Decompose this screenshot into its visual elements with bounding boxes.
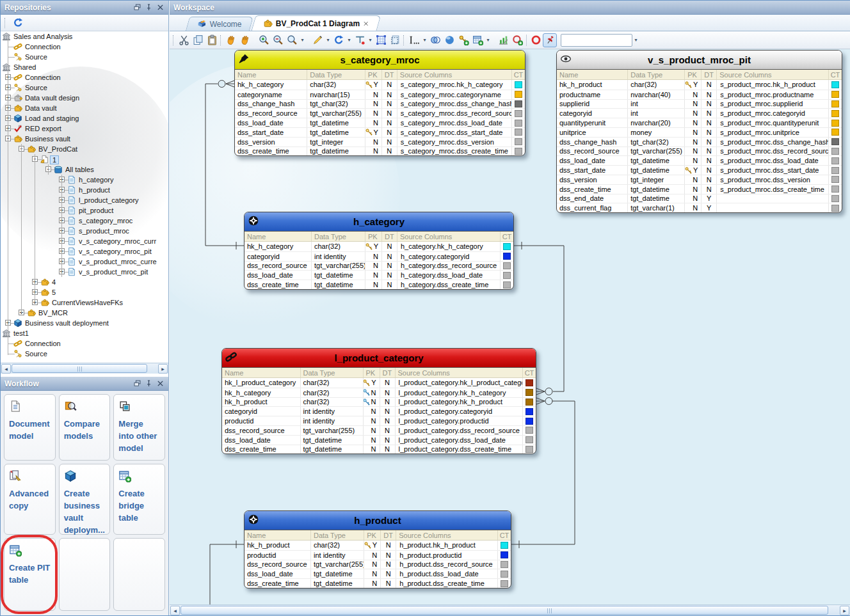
entity-header[interactable]: v_s_product_mroc_pit [557,51,842,70]
entity-l_product_category[interactable]: l_product_categoryNameData TypePKDTSourc… [221,348,536,454]
tree-item-v-s-category-mroc-curr[interactable]: +v_s_category_mroc_curr [1,236,168,246]
entity-s_category_mroc[interactable]: s_category_mrocNameData TypePKDTSource C… [234,50,525,156]
repositories-hscrollbar[interactable]: ◀ ▶ [1,363,168,374]
tree-item-source[interactable]: Source [1,349,168,359]
tree-item-bv-prodcat[interactable]: -BV_ProdCat [1,144,168,154]
draw-button[interactable] [310,33,325,47]
entity-row-unitprice[interactable]: unitprice money N N s_product_mroc.unitp… [557,127,842,137]
pin-toggle-button[interactable] [543,33,557,47]
entity-row-categoryname[interactable]: categoryname nvarchar(15) N N s_category… [235,90,525,99]
red-circle-button[interactable] [529,33,543,47]
entity-row-categoryid[interactable]: categoryid int identity N N l_product_ca… [222,406,536,416]
entity-row-hk_h_product[interactable]: hk_h_product char(32) Y N h_product.hk_h… [245,541,511,550]
tree-item-load-and-staging[interactable]: +Load and staging [1,113,168,123]
tree-item-source[interactable]: Source [1,52,168,62]
zoom-out-button[interactable] [271,33,285,47]
entity-row-dss_record_source[interactable]: dss_record_source tgt_varchar(255) N N s… [557,146,842,156]
tree-item-test1[interactable]: test1 [1,328,168,338]
entity-row-dss_record_source[interactable]: dss_record_source tgt_varchar(255) N N h… [245,261,513,271]
scroll-left-icon[interactable]: ◀ [1,364,11,374]
entity-row-dss_end_date[interactable]: dss_end_date tgt_datetime N Y [557,194,842,203]
sphere-button[interactable] [442,33,456,47]
connection-h_product-offscreen[interactable] [210,541,244,604]
entity-row-dss_record_source[interactable]: dss_record_source tgt_varchar(255) N N h… [245,560,511,569]
workflow-card-document-model[interactable]: Document model [4,394,56,461]
close-panel-icon[interactable] [156,3,164,12]
paste-button[interactable] [205,33,219,47]
dropdown-arrow-icon[interactable]: ▾ [367,33,374,47]
workflow-card-compare-models[interactable]: Compare models [59,394,111,461]
entity-header[interactable]: h_product [245,511,511,530]
refresh-diagram-button[interactable] [332,33,346,47]
tree-item-h-product[interactable]: +h_product [1,185,168,195]
entity-row-productid[interactable]: productid int identity N N l_product_cat… [222,416,536,425]
tree-item-data-vault-design[interactable]: +Data vault design [1,93,168,103]
venn-button[interactable] [428,33,442,47]
diagram-canvas[interactable]: s_category_mrocNameData TypePKDTSource C… [170,49,850,604]
entity-row-dss_version[interactable]: dss_version tgt_integer N N s_category_m… [235,137,525,146]
entity-row-hk_h_product[interactable]: hk_h_product char(32) N N l_product_cate… [222,397,536,407]
entity-row-hk_h_category[interactable]: hk_h_category char(32) Y N h_category.hk… [245,242,513,251]
scroll-right-icon[interactable]: ▶ [158,364,168,374]
tree-item-connection[interactable]: Connection [1,42,168,52]
workspace-hscrollbar[interactable]: ◀ ▶ [170,604,850,615]
entity-row-dss_load_date[interactable]: dss_load_date tgt_datetime N N h_categor… [245,270,513,280]
workflow-card-create-bridge-table[interactable]: Create bridge table [113,464,165,535]
refresh-button[interactable] [11,16,25,30]
tree-item-5[interactable]: +5 [1,287,168,297]
tree-item-s-category-mroc[interactable]: +s_category_mroc [1,216,168,226]
tree-item-v-s-product-mroc-curre[interactable]: +v_s_product_mroc_curre [1,257,168,267]
entity-row-dss_create_time[interactable]: dss_create_time tgt_datetime N N s_produ… [557,184,842,194]
entity-row-dss_load_date[interactable]: dss_load_date tgt_datetime N N l_product… [222,435,536,445]
entity-row-categoryid[interactable]: categoryid int N N s_product_mroc.catego… [557,108,842,118]
zoom-button[interactable] [285,33,299,47]
entity-row-hk_h_category[interactable]: hk_h_category char(32) N N l_product_cat… [222,388,536,397]
tree-item-v-s-category-mroc-pit[interactable]: +v_s_category_mroc_pit [1,246,168,257]
workflow-card-advanced-copy[interactable]: Advanced copy [4,464,56,535]
tree-item-source[interactable]: +Source [1,83,168,93]
zoom-in-button[interactable] [257,33,271,47]
tree-item-currentviewshavefks[interactable]: +CurrentViewsHaveFKs [1,297,168,308]
tree-item-data-vault[interactable]: +Data vault [1,103,168,113]
entity-row-dss_change_hash[interactable]: dss_change_hash tgt_char(32) N N s_produ… [557,137,842,146]
scrollbar-thumb[interactable] [12,364,147,373]
entity-v_s_product_mroc_pit[interactable]: v_s_product_mroc_pitNameData TypePKDTSou… [556,50,842,213]
chart-button[interactable] [496,33,510,47]
entity-row-hk_l_product_category[interactable]: hk_l_product_category char(32) Y N l_pro… [222,378,536,388]
pin-window-icon[interactable] [145,3,153,12]
entity-row-productid[interactable]: productid int identity N N h_product.pro… [245,550,511,560]
pan-button[interactable] [224,33,238,47]
close-panel-icon[interactable] [156,379,164,388]
rename-button[interactable] [407,33,421,47]
float-window-icon[interactable] [133,3,141,12]
tree-item-red-export[interactable]: +RED export [1,123,168,134]
workflow-card-merge-into-other-model[interactable]: Merge into other model [113,394,165,461]
entity-row-dss_start_date[interactable]: dss_start_date tgt_datetime Y N s_produc… [557,165,842,175]
dropdown-arrow-icon[interactable]: ▾ [325,33,332,47]
entity-row-dss_create_time[interactable]: dss_create_time tgt_datetime N N h_produ… [245,578,511,588]
entity-row-supplierid[interactable]: supplierid int N N s_product_mroc.suppli… [557,99,842,109]
tree-item-s-product-mroc[interactable]: +s_product_mroc [1,226,168,236]
tree-item-h-category[interactable]: +h_category [1,175,168,185]
float-window-icon[interactable] [133,379,141,388]
entity-row-productname[interactable]: productname nvarchar(40) N N s_product_m… [557,90,842,99]
entity-row-dss_current_flag[interactable]: dss_current_flag tgt_varchar(1) N Y [557,203,842,212]
tree-item-connection[interactable]: +Connection [1,72,168,83]
entity-row-dss_create_time[interactable]: dss_create_time tgt_datetime N N h_categ… [245,280,513,289]
entity-row-dss_record_source[interactable]: dss_record_source tgt_varchar(255) N N s… [235,108,525,118]
dropdown-arrow-icon[interactable]: ▾ [485,33,492,47]
entity-row-dss_version[interactable]: dss_version tgt_integer N N s_product_mr… [557,175,842,184]
entity-row-dss_load_date[interactable]: dss_load_date tgt_datetime N N s_categor… [235,118,525,127]
grid-frame-button[interactable] [374,33,388,47]
entity-row-dss_change_hash[interactable]: dss_change_hash tgt_char(32) N N s_categ… [235,99,525,109]
entity-row-dss_create_time[interactable]: dss_create_time tgt_datetime N N l_produ… [222,445,536,454]
entity-row-dss_load_date[interactable]: dss_load_date tgt_datetime N N s_product… [557,155,842,165]
tree-item-l-product-category[interactable]: +l_product_category [1,195,168,205]
tab-close-icon[interactable] [363,20,369,27]
entity-row-dss_start_date[interactable]: dss_start_date tgt_datetime Y N s_catego… [235,127,525,137]
entity-header[interactable]: l_product_category [222,349,536,368]
workflow-card-create-business-vault-deploym-[interactable]: Create business vault deploym... [59,464,111,535]
tree-item-all-tables[interactable]: -All tables [1,164,168,175]
entity-row-quantityperunit[interactable]: quantityperunit nvarchar(20) N N s_produ… [557,118,842,127]
entity-h_category[interactable]: h_categoryNameData TypePKDTSource Column… [244,212,514,290]
